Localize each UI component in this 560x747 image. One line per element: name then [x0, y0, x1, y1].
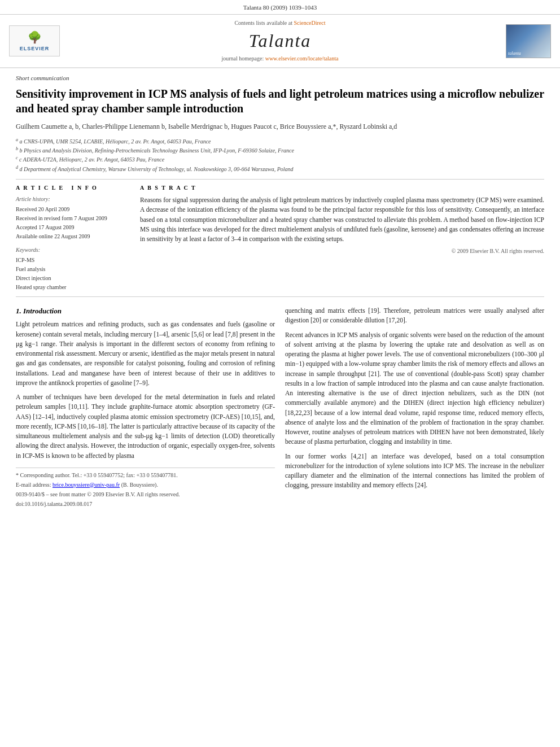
section1-title: 1. Introduction	[16, 306, 275, 316]
talanta-thumb-area: talanta	[489, 24, 551, 58]
abstract-col: A B S T R A C T Reasons for signal suppr…	[140, 184, 544, 292]
body-p2: A number of techniques have been develop…	[16, 392, 275, 461]
accepted-date: Accepted 17 August 2009	[16, 224, 129, 231]
revised-date: Received in revised form 7 August 2009	[16, 215, 129, 222]
talanta-thumbnail: talanta	[506, 24, 551, 58]
abstract-text: Reasons for signal suppression during th…	[140, 195, 544, 244]
body-p3: quenching and matrix effects [19]. There…	[285, 306, 544, 326]
body-p1: Light petroleum matrices and refining pr…	[16, 320, 275, 388]
elsevier-logo-area: 🌳 ELSEVIER	[9, 25, 71, 56]
sciencedirect-link: Contents lists available at ScienceDirec…	[71, 19, 489, 27]
received-date: Received 20 April 2009	[16, 206, 129, 213]
body-p5: In our former works [4,21] an interface …	[285, 452, 544, 491]
article-history-label: Article history:	[16, 195, 129, 203]
sciencedirect-anchor[interactable]: ScienceDirect	[294, 20, 325, 26]
homepage-url[interactable]: www.elsevier.com/locate/talanta	[265, 55, 339, 62]
banner-center: Contents lists available at ScienceDirec…	[71, 19, 489, 63]
email-suffix: (B. Bouyssiere).	[121, 482, 158, 488]
homepage-label: journal homepage:	[221, 55, 264, 62]
affiliations: a a CNRS-UPPA, UMR 5254, LCABIE, Héliopa…	[16, 137, 544, 173]
journal-ref-header: Talanta 80 (2009) 1039–1043	[0, 0, 560, 15]
keyword-2: Fuel analysis	[16, 265, 129, 274]
keyword-4: Heated spray chamber	[16, 283, 129, 292]
rights-line: 0039-9140/$ – see front matter © 2009 El…	[16, 491, 275, 499]
keywords-label: Keywords:	[16, 246, 129, 254]
article-info-col: A R T I C L E I N F O Article history: R…	[16, 184, 129, 292]
email-line: E-mail address: brice.bouyssiere@univ-pa…	[16, 481, 275, 489]
sciencedirect-label: Contents lists available at	[234, 20, 292, 26]
elsevier-logo: 🌳 ELSEVIER	[9, 25, 60, 56]
journal-title: Talanta	[71, 28, 489, 54]
elsevier-tree-icon: 🌳	[28, 29, 42, 45]
copyright: © 2009 Elsevier B.V. All rights reserved…	[140, 247, 544, 255]
article-type: Short communication	[16, 74, 544, 82]
affiliation-a: a a CNRS-UPPA, UMR 5254, LCABIE, Héliopa…	[16, 137, 544, 146]
authors: Guilhem Caumette a, b, Charles-Philippe …	[16, 121, 544, 132]
body-section: 1. Introduction Light petroleum matrices…	[16, 306, 544, 508]
abstract-heading: A B S T R A C T	[140, 184, 544, 192]
available-date: Available online 22 August 2009	[16, 233, 129, 241]
body-left-col: 1. Introduction Light petroleum matrices…	[16, 306, 275, 508]
doi-line: doi:10.1016/j.talanta.2009.08.017	[16, 500, 275, 508]
article-info-heading: A R T I C L E I N F O	[16, 184, 129, 192]
affiliation-b: b b Physics and Analysis Division, Refin…	[16, 146, 544, 155]
authors-text: Guilhem Caumette a, b, Charles-Philippe …	[16, 123, 397, 130]
journal-ref: Talanta 80 (2009) 1039–1043	[243, 4, 317, 11]
divider-2	[16, 296, 544, 297]
article-title: Sensitivity improvement in ICP MS analys…	[16, 86, 544, 116]
affiliation-d: d d Department of Analytical Chemistry, …	[16, 164, 544, 173]
corresponding-author: * Corresponding author. Tel.: +33 0 5594…	[16, 471, 275, 479]
info-abstract-section: A R T I C L E I N F O Article history: R…	[16, 184, 544, 292]
body-right-col: quenching and matrix effects [19]. There…	[285, 306, 544, 508]
body-p4: Recent advances in ICP MS analysis of or…	[285, 330, 544, 447]
email-link[interactable]: brice.bouyssiere@univ-pau.fr	[53, 482, 120, 488]
keyword-1: ICP-MS	[16, 256, 129, 265]
affiliation-c: c c ADERA-UT2A, Hélioparc, 2 av. Pr. Ang…	[16, 155, 544, 164]
article-content: Short communication Sensitivity improvem…	[0, 74, 560, 508]
journal-homepage: journal homepage: www.elsevier.com/locat…	[71, 55, 489, 63]
footnote-section: * Corresponding author. Tel.: +33 0 5594…	[16, 468, 275, 508]
keyword-3: Direct injection	[16, 274, 129, 283]
journal-banner: 🌳 ELSEVIER Contents lists available at S…	[0, 15, 560, 68]
email-label: E-mail address:	[16, 482, 51, 488]
elsevier-text: ELSEVIER	[20, 45, 50, 53]
divider-1	[16, 179, 544, 180]
talanta-thumb-label: talanta	[508, 50, 521, 56]
